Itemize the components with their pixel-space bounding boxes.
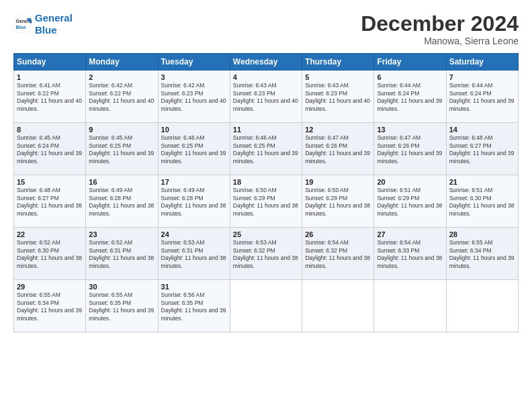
- logo: General Blue General Blue: [13, 12, 73, 36]
- calendar-cell: 13Sunrise: 6:47 AM Sunset: 6:26 PM Dayli…: [374, 123, 446, 175]
- day-number: 27: [377, 230, 443, 238]
- day-number: 26: [305, 230, 371, 238]
- day-number: 15: [17, 178, 83, 186]
- day-number: 13: [377, 126, 443, 134]
- title-area: December 2024 Manowa, Sierra Leone: [361, 12, 519, 46]
- day-info: Sunrise: 6:49 AM Sunset: 6:28 PM Dayligh…: [161, 187, 227, 218]
- page: General Blue General Blue December 2024 …: [0, 0, 532, 411]
- calendar-cell: 11Sunrise: 6:46 AM Sunset: 6:25 PM Dayli…: [230, 123, 302, 175]
- header: General Blue General Blue December 2024 …: [13, 12, 519, 46]
- day-info: Sunrise: 6:46 AM Sunset: 6:25 PM Dayligh…: [161, 134, 227, 165]
- header-monday: Monday: [86, 54, 158, 71]
- header-sunday: Sunday: [14, 54, 86, 71]
- calendar-cell: 21Sunrise: 6:51 AM Sunset: 6:30 PM Dayli…: [446, 175, 518, 228]
- calendar-cell: 25Sunrise: 6:53 AM Sunset: 6:32 PM Dayli…: [230, 228, 302, 280]
- calendar-cell: 18Sunrise: 6:50 AM Sunset: 6:29 PM Dayli…: [230, 175, 302, 228]
- location: Manowa, Sierra Leone: [361, 36, 519, 46]
- day-info: Sunrise: 6:47 AM Sunset: 6:26 PM Dayligh…: [305, 134, 371, 165]
- calendar-cell: 3Sunrise: 6:42 AM Sunset: 6:23 PM Daylig…: [158, 71, 230, 123]
- day-number: 12: [305, 126, 371, 134]
- calendar-cell: 27Sunrise: 6:54 AM Sunset: 6:33 PM Dayli…: [374, 228, 446, 280]
- calendar-header-row: SundayMondayTuesdayWednesdayThursdayFrid…: [14, 54, 519, 71]
- day-number: 21: [449, 178, 515, 186]
- calendar-cell: [230, 280, 302, 332]
- day-info: Sunrise: 6:52 AM Sunset: 6:31 PM Dayligh…: [89, 239, 154, 270]
- calendar-cell: 16Sunrise: 6:49 AM Sunset: 6:28 PM Dayli…: [86, 175, 158, 228]
- month-title: December 2024: [361, 12, 519, 36]
- calendar-week-3: 22Sunrise: 6:52 AM Sunset: 6:30 PM Dayli…: [14, 228, 519, 280]
- day-info: Sunrise: 6:42 AM Sunset: 6:23 PM Dayligh…: [161, 82, 227, 113]
- day-info: Sunrise: 6:55 AM Sunset: 6:34 PM Dayligh…: [449, 239, 515, 270]
- calendar-cell: 23Sunrise: 6:52 AM Sunset: 6:31 PM Dayli…: [86, 228, 158, 280]
- day-info: Sunrise: 6:51 AM Sunset: 6:29 PM Dayligh…: [377, 187, 443, 218]
- day-number: 18: [233, 178, 299, 186]
- calendar-cell: 5Sunrise: 6:43 AM Sunset: 6:23 PM Daylig…: [302, 71, 374, 123]
- day-info: Sunrise: 6:44 AM Sunset: 6:24 PM Dayligh…: [377, 82, 443, 113]
- day-info: Sunrise: 6:42 AM Sunset: 6:22 PM Dayligh…: [89, 82, 154, 113]
- logo-text: General Blue: [35, 12, 73, 36]
- calendar-body: 1Sunrise: 6:41 AM Sunset: 6:22 PM Daylig…: [14, 71, 519, 332]
- day-info: Sunrise: 6:55 AM Sunset: 6:34 PM Dayligh…: [17, 291, 83, 322]
- calendar-cell: [374, 280, 446, 332]
- day-number: 17: [161, 178, 227, 186]
- day-number: 16: [89, 178, 154, 186]
- calendar-cell: 28Sunrise: 6:55 AM Sunset: 6:34 PM Dayli…: [446, 228, 518, 280]
- day-info: Sunrise: 6:47 AM Sunset: 6:26 PM Dayligh…: [377, 134, 443, 165]
- day-info: Sunrise: 6:45 AM Sunset: 6:24 PM Dayligh…: [17, 134, 83, 165]
- calendar-week-0: 1Sunrise: 6:41 AM Sunset: 6:22 PM Daylig…: [14, 71, 519, 123]
- calendar-cell: 9Sunrise: 6:45 AM Sunset: 6:25 PM Daylig…: [86, 123, 158, 175]
- day-info: Sunrise: 6:52 AM Sunset: 6:30 PM Dayligh…: [17, 239, 83, 270]
- calendar-week-1: 8Sunrise: 6:45 AM Sunset: 6:24 PM Daylig…: [14, 123, 519, 175]
- day-number: 3: [161, 73, 227, 81]
- calendar-cell: 30Sunrise: 6:55 AM Sunset: 6:35 PM Dayli…: [86, 280, 158, 332]
- day-number: 5: [305, 73, 371, 81]
- day-number: 10: [161, 126, 227, 134]
- calendar-cell: 31Sunrise: 6:56 AM Sunset: 6:35 PM Dayli…: [158, 280, 230, 332]
- header-wednesday: Wednesday: [230, 54, 302, 71]
- calendar-week-4: 29Sunrise: 6:55 AM Sunset: 6:34 PM Dayli…: [14, 280, 519, 332]
- day-info: Sunrise: 6:41 AM Sunset: 6:22 PM Dayligh…: [17, 82, 83, 113]
- day-number: 31: [161, 283, 227, 291]
- day-number: 1: [17, 73, 83, 81]
- day-number: 6: [377, 73, 443, 81]
- day-info: Sunrise: 6:54 AM Sunset: 6:32 PM Dayligh…: [305, 239, 371, 270]
- calendar-cell: 29Sunrise: 6:55 AM Sunset: 6:34 PM Dayli…: [14, 280, 86, 332]
- day-number: 29: [17, 283, 83, 291]
- day-number: 11: [233, 126, 299, 134]
- calendar-cell: 22Sunrise: 6:52 AM Sunset: 6:30 PM Dayli…: [14, 228, 86, 280]
- day-number: 9: [89, 126, 154, 134]
- day-info: Sunrise: 6:55 AM Sunset: 6:35 PM Dayligh…: [89, 291, 154, 322]
- svg-text:Blue: Blue: [16, 25, 26, 30]
- day-info: Sunrise: 6:45 AM Sunset: 6:25 PM Dayligh…: [89, 134, 154, 165]
- day-info: Sunrise: 6:53 AM Sunset: 6:32 PM Dayligh…: [233, 239, 299, 270]
- day-number: 14: [449, 126, 515, 134]
- day-number: 30: [89, 283, 154, 291]
- calendar-cell: 15Sunrise: 6:48 AM Sunset: 6:27 PM Dayli…: [14, 175, 86, 228]
- logo-icon: General Blue: [13, 15, 32, 34]
- day-number: 22: [17, 230, 83, 238]
- day-info: Sunrise: 6:49 AM Sunset: 6:28 PM Dayligh…: [89, 187, 154, 218]
- calendar-cell: 4Sunrise: 6:43 AM Sunset: 6:23 PM Daylig…: [230, 71, 302, 123]
- calendar-cell: 7Sunrise: 6:44 AM Sunset: 6:24 PM Daylig…: [446, 71, 518, 123]
- day-info: Sunrise: 6:43 AM Sunset: 6:23 PM Dayligh…: [233, 82, 299, 113]
- day-info: Sunrise: 6:56 AM Sunset: 6:35 PM Dayligh…: [161, 291, 227, 322]
- day-info: Sunrise: 6:44 AM Sunset: 6:24 PM Dayligh…: [449, 82, 515, 113]
- day-number: 20: [377, 178, 443, 186]
- calendar-cell: 20Sunrise: 6:51 AM Sunset: 6:29 PM Dayli…: [374, 175, 446, 228]
- day-info: Sunrise: 6:48 AM Sunset: 6:27 PM Dayligh…: [17, 187, 83, 218]
- day-info: Sunrise: 6:48 AM Sunset: 6:27 PM Dayligh…: [449, 134, 515, 165]
- day-info: Sunrise: 6:50 AM Sunset: 6:29 PM Dayligh…: [233, 187, 299, 218]
- calendar-cell: 1Sunrise: 6:41 AM Sunset: 6:22 PM Daylig…: [14, 71, 86, 123]
- calendar-cell: 6Sunrise: 6:44 AM Sunset: 6:24 PM Daylig…: [374, 71, 446, 123]
- day-number: 8: [17, 126, 83, 134]
- calendar-cell: 14Sunrise: 6:48 AM Sunset: 6:27 PM Dayli…: [446, 123, 518, 175]
- day-info: Sunrise: 6:46 AM Sunset: 6:25 PM Dayligh…: [233, 134, 299, 165]
- day-number: 19: [305, 178, 371, 186]
- calendar-cell: 17Sunrise: 6:49 AM Sunset: 6:28 PM Dayli…: [158, 175, 230, 228]
- day-info: Sunrise: 6:53 AM Sunset: 6:31 PM Dayligh…: [161, 239, 227, 270]
- calendar-cell: 10Sunrise: 6:46 AM Sunset: 6:25 PM Dayli…: [158, 123, 230, 175]
- calendar-cell: 8Sunrise: 6:45 AM Sunset: 6:24 PM Daylig…: [14, 123, 86, 175]
- header-thursday: Thursday: [302, 54, 374, 71]
- day-info: Sunrise: 6:50 AM Sunset: 6:29 PM Dayligh…: [305, 187, 371, 218]
- header-tuesday: Tuesday: [158, 54, 230, 71]
